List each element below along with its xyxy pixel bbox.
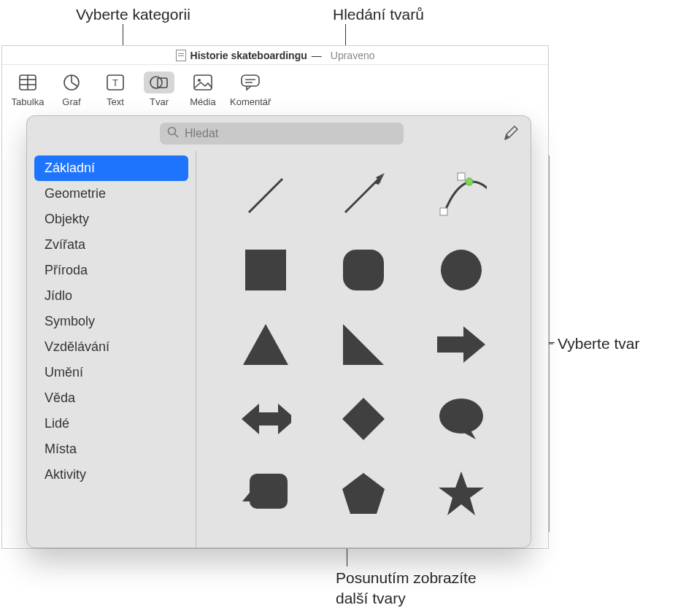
svg-rect-21 — [458, 173, 465, 180]
shape-icon — [144, 72, 174, 93]
svg-point-14 — [169, 127, 176, 134]
svg-rect-24 — [343, 250, 384, 290]
svg-marker-30 — [342, 398, 385, 440]
sidebar-category[interactable]: Vzdělávání — [34, 334, 188, 360]
popover-header — [27, 116, 531, 151]
sidebar-category[interactable]: Jídlo — [34, 283, 188, 309]
shape-arrow-right[interactable] — [436, 319, 487, 370]
svg-text:T: T — [112, 77, 118, 88]
toolbar-item-media[interactable]: Média — [186, 72, 220, 107]
toolbar-label: Komentář — [230, 96, 271, 107]
toolbar-item-text[interactable]: T Text — [99, 72, 132, 107]
svg-point-31 — [439, 399, 483, 434]
sidebar-category[interactable]: Základní — [34, 155, 188, 181]
toolbar-label: Média — [190, 96, 215, 107]
svg-point-25 — [441, 250, 482, 290]
sidebar-category[interactable]: Symboly — [34, 309, 188, 334]
toolbar-item-shape[interactable]: Tvar — [142, 72, 176, 107]
shape-circle[interactable] — [436, 245, 487, 296]
sidebar-category[interactable]: Věda — [34, 385, 188, 411]
sidebar-category[interactable]: Objekty — [34, 207, 188, 232]
toolbar-label: Tabulka — [12, 96, 45, 107]
sidebar-category[interactable]: Aktivity — [34, 462, 188, 488]
shape-square[interactable] — [240, 245, 291, 296]
svg-marker-28 — [437, 326, 485, 363]
sidebar-category[interactable]: Umění — [34, 360, 188, 385]
svg-point-22 — [466, 178, 473, 185]
svg-line-15 — [175, 134, 179, 137]
shape-triangle[interactable] — [240, 319, 291, 370]
svg-point-10 — [198, 79, 201, 82]
shape-line-arrow[interactable] — [338, 170, 389, 221]
sidebar-category[interactable]: Místa — [34, 436, 188, 462]
document-title: Historie skateboardingu — [190, 50, 307, 61]
popover-body: ZákladníGeometrieObjektyZvířataPřírodaJí… — [27, 151, 531, 547]
callout-scroll-more: Posunutím zobrazíte další tvary — [336, 568, 477, 609]
shape-right-triangle[interactable] — [338, 319, 389, 370]
shape-bezier-curve[interactable] — [436, 170, 487, 221]
toolbar-label: Tvar — [150, 96, 169, 107]
media-icon — [188, 72, 218, 93]
toolbar-label: Graf — [62, 96, 80, 107]
toolbar: Tabulka Graf T Text Tvar Média — [2, 65, 548, 113]
edited-label: Upraveno — [331, 50, 375, 61]
svg-marker-26 — [243, 324, 288, 365]
callout-text: Hledání tvarů — [333, 6, 424, 23]
comment-icon — [235, 72, 266, 93]
document-icon — [176, 50, 186, 61]
svg-marker-36 — [439, 471, 484, 515]
search-icon — [167, 126, 179, 142]
shape-rounded-square[interactable] — [338, 245, 389, 296]
shape-star[interactable] — [436, 468, 487, 519]
svg-rect-33 — [250, 474, 288, 509]
sidebar-category[interactable]: Příroda — [34, 258, 188, 283]
sidebar-category[interactable]: Geometrie — [34, 181, 188, 207]
svg-rect-23 — [245, 250, 286, 290]
category-sidebar[interactable]: ZákladníGeometrieObjektyZvířataPřírodaJí… — [27, 151, 196, 547]
title-separator: — — [312, 50, 322, 61]
titlebar: Historie skateboardingu — Upraveno — [2, 46, 548, 65]
callout-choose-shape: Vyberte tvar — [558, 334, 639, 354]
svg-marker-27 — [343, 324, 384, 365]
shape-callout-square[interactable] — [240, 468, 291, 519]
svg-marker-35 — [342, 473, 385, 514]
table-icon — [12, 72, 43, 93]
svg-line-16 — [249, 179, 282, 212]
shapes-popover: ZákladníGeometrieObjektyZvířataPřírodaJí… — [26, 115, 531, 548]
callout-choose-category: Vyberte kategorii — [76, 4, 190, 25]
callout-text: Vyberte kategorii — [76, 6, 190, 23]
draw-shape-button[interactable] — [500, 123, 522, 144]
toolbar-item-comment[interactable]: Komentář — [230, 72, 271, 107]
search-field[interactable] — [160, 123, 404, 145]
sidebar-category[interactable]: Zvířata — [34, 232, 188, 258]
shape-pentagon[interactable] — [338, 468, 389, 519]
callout-text: Vyberte tvar — [558, 335, 639, 352]
chart-icon — [56, 72, 87, 93]
shape-line[interactable] — [240, 170, 291, 221]
svg-rect-11 — [242, 75, 259, 86]
toolbar-item-chart[interactable]: Graf — [55, 72, 88, 107]
svg-rect-9 — [194, 75, 212, 90]
shape-arrow-both[interactable] — [240, 393, 291, 444]
toolbar-label: Text — [107, 96, 124, 107]
callout-text: Posunutím zobrazíte — [336, 569, 477, 586]
shape-grid[interactable] — [196, 151, 531, 547]
text-icon: T — [100, 72, 131, 93]
svg-marker-29 — [242, 404, 291, 434]
search-input[interactable] — [185, 127, 396, 140]
svg-line-17 — [345, 179, 379, 212]
shape-speech-bubble[interactable] — [436, 393, 487, 444]
svg-rect-19 — [440, 208, 447, 215]
sidebar-category[interactable]: Lidé — [34, 411, 188, 436]
shape-diamond[interactable] — [338, 393, 389, 444]
toolbar-item-table[interactable]: Tabulka — [11, 72, 45, 107]
callout-search-shapes: Hledání tvarů — [333, 4, 424, 25]
callout-text: další tvary — [336, 590, 406, 607]
